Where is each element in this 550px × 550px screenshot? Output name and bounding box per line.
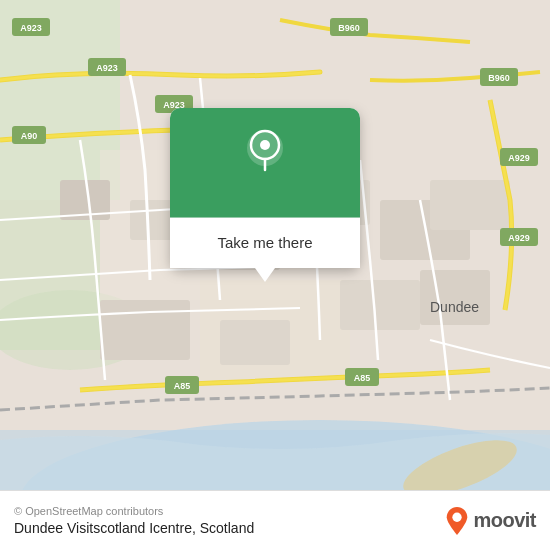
svg-text:B960: B960 [338,23,360,33]
moovit-text: moovit [473,509,536,532]
svg-text:B960: B960 [488,73,510,83]
copyright-text: © OpenStreetMap contributors [14,505,254,517]
svg-point-51 [453,512,462,521]
svg-rect-13 [340,280,420,330]
svg-text:A929: A929 [508,233,530,243]
map-container: A923 A923 A923 A90 A929 A929 B960 B960 [0,0,550,490]
svg-text:Take me there: Take me there [217,234,312,251]
map-svg: A923 A923 A923 A90 A929 A929 B960 B960 [0,0,550,490]
location-info: © OpenStreetMap contributors Dundee Visi… [14,505,254,536]
svg-rect-14 [420,270,490,325]
bottom-bar: © OpenStreetMap contributors Dundee Visi… [0,490,550,550]
svg-rect-16 [100,300,190,360]
svg-point-45 [260,140,270,150]
svg-text:A923: A923 [96,63,118,73]
location-name: Dundee Visitscotland Icentre, Scotland [14,520,254,536]
svg-text:A90: A90 [21,131,38,141]
svg-text:A85: A85 [354,373,371,383]
svg-rect-17 [220,320,290,365]
svg-text:Dundee: Dundee [430,299,479,315]
svg-text:A85: A85 [174,381,191,391]
moovit-pin-icon [446,507,468,535]
svg-text:A923: A923 [20,23,42,33]
svg-rect-15 [430,180,510,230]
moovit-logo: moovit [446,507,536,535]
svg-rect-42 [170,178,360,218]
svg-text:A929: A929 [508,153,530,163]
